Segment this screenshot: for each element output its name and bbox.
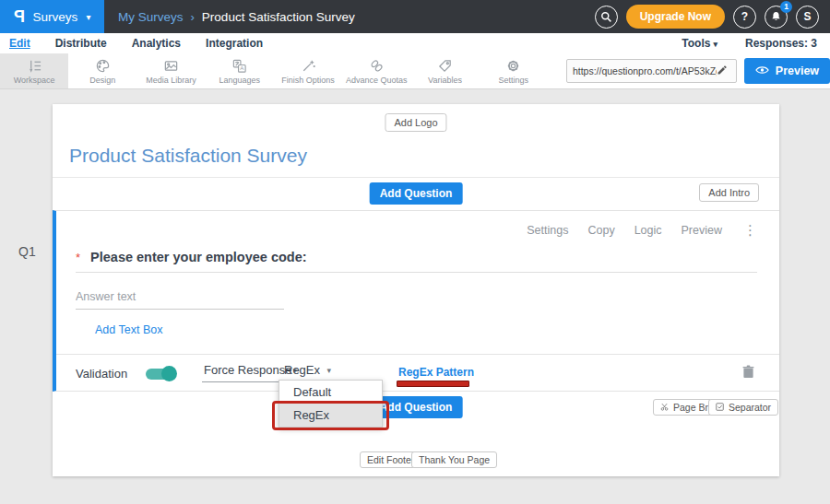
toolbar-item-settings[interactable]: Settings: [480, 53, 548, 88]
validation-label: Validation: [76, 367, 127, 381]
add-question-button-bottom[interactable]: Add Question: [370, 396, 463, 418]
force-response-value: Force Response: [204, 363, 291, 377]
preview-label: Preview: [776, 64, 819, 77]
question-text[interactable]: Please enter your employee code:: [90, 250, 307, 264]
regex-pattern-link[interactable]: RegEx Pattern: [398, 366, 474, 379]
design-palette-icon: [95, 58, 111, 74]
tab-integration[interactable]: Integration: [206, 37, 263, 50]
validation-type-menu: Default RegEx: [279, 380, 383, 428]
required-asterisk: *: [76, 251, 80, 264]
editor-toolbar: Workspace Design Media Library A Languag…: [0, 53, 830, 89]
breadcrumb-separator: ›: [191, 10, 195, 24]
search-icon: [600, 11, 612, 23]
answer-text-input[interactable]: [76, 290, 284, 310]
preview-button[interactable]: Preview: [744, 58, 830, 84]
tag-icon: [437, 58, 453, 74]
separator-label: Separator: [729, 402, 771, 413]
question-text-row[interactable]: *Please enter your employee code:: [76, 250, 307, 264]
question-preview-link[interactable]: Preview: [682, 224, 722, 237]
question-mark-icon: ?: [741, 10, 748, 23]
gear-icon: [505, 58, 521, 74]
annotation-red-underline: [397, 381, 469, 387]
surveys-product-menu[interactable]: P Surveys ▾: [0, 0, 104, 33]
chevron-down-icon: ▾: [713, 40, 717, 49]
breadcrumb: My Surveys › Product Satisfaction Survey: [118, 10, 355, 24]
languages-translate-icon: A: [231, 58, 247, 74]
add-question-button-top[interactable]: Add Question: [370, 182, 463, 205]
top-header-bar: P Surveys ▾ My Surveys › Product Satisfa…: [0, 0, 830, 33]
responses-count[interactable]: Responses: 3: [745, 37, 817, 50]
question-actions: Settings Copy Logic Preview ⋮: [527, 222, 757, 239]
question-copy-link[interactable]: Copy: [587, 224, 614, 237]
toolbar-item-label: Media Library: [146, 76, 196, 85]
question-logic-link[interactable]: Logic: [634, 224, 662, 237]
help-button[interactable]: ?: [733, 6, 756, 29]
validation-toggle[interactable]: [146, 369, 175, 380]
chevron-down-icon: ▾: [326, 366, 331, 375]
toolbar-item-label: Workspace: [14, 76, 55, 85]
scissors-icon: [660, 402, 669, 413]
delete-question-trash-icon[interactable]: [742, 365, 754, 382]
separator-button[interactable]: Separator: [708, 399, 778, 416]
tab-distribute[interactable]: Distribute: [55, 37, 107, 50]
header-actions: Upgrade Now ? 1 S: [595, 5, 830, 29]
breadcrumb-current-survey: Product Satisfaction Survey: [202, 10, 355, 24]
survey-url-box: [566, 59, 737, 83]
account-avatar[interactable]: S: [796, 6, 819, 29]
menu-option-default[interactable]: Default: [279, 381, 382, 404]
toggle-knob: [161, 366, 177, 381]
survey-editor-card: Add Logo Product Satisfaction Survey Add…: [53, 104, 779, 476]
notification-count-badge: 1: [780, 1, 792, 13]
kebab-menu-icon[interactable]: ⋮: [743, 222, 757, 239]
notifications-button[interactable]: 1: [765, 6, 788, 29]
nav-right-group: Tools▾ Responses: 3: [682, 37, 830, 50]
workspace-icon: [27, 58, 42, 74]
chain-links-icon: [369, 58, 385, 74]
survey-url-input[interactable]: [573, 65, 717, 76]
toolbar-item-label: Languages: [219, 76, 261, 85]
breadcrumb-my-surveys[interactable]: My Surveys: [118, 10, 184, 24]
title-divider: [53, 177, 779, 178]
validation-bar: Validation Force Response ▾ RegEx ▾ RegE…: [56, 354, 779, 393]
search-button[interactable]: [595, 6, 618, 29]
thank-you-page-button[interactable]: Thank You Page: [411, 451, 497, 468]
validation-type-value: RegEx: [284, 363, 320, 377]
add-logo-button[interactable]: Add Logo: [385, 113, 446, 132]
toolbar-item-label: Design: [89, 76, 115, 85]
toolbar-item-advance-quotas[interactable]: Advance Quotas: [342, 53, 410, 88]
toolbar-item-label: Finish Options: [281, 76, 335, 85]
survey-nav-bar: Edit Distribute Analytics Integration To…: [0, 33, 830, 53]
add-text-box-link[interactable]: Add Text Box: [95, 323, 162, 336]
tools-menu[interactable]: Tools▾: [682, 37, 717, 50]
question-text-underline: [76, 272, 757, 273]
product-menu-label: Surveys: [33, 10, 78, 24]
toolbar-item-design[interactable]: Design: [68, 53, 136, 88]
toolbar-item-variables[interactable]: Variables: [410, 53, 479, 88]
image-icon: [163, 58, 179, 74]
chevron-down-icon: ▾: [86, 12, 90, 22]
tab-analytics[interactable]: Analytics: [132, 37, 181, 50]
toolbar-item-label: Variables: [428, 76, 462, 85]
question-block-q1: Settings Copy Logic Preview ⋮ *Please en…: [53, 210, 779, 392]
bell-icon: [770, 10, 782, 23]
avatar-initial: S: [803, 10, 811, 23]
toolbar-item-media-library[interactable]: Media Library: [136, 53, 205, 88]
question-settings-link[interactable]: Settings: [527, 224, 568, 237]
checkbox-icon: [716, 402, 724, 413]
question-number: Q1: [18, 244, 36, 259]
toolbar-item-finish-options[interactable]: Finish Options: [274, 53, 342, 88]
nav-tabs: Edit Distribute Analytics Integration: [0, 37, 263, 50]
survey-title[interactable]: Product Satisfaction Survey: [69, 145, 307, 167]
upgrade-now-button[interactable]: Upgrade Now: [626, 5, 725, 29]
magic-wand-icon: [301, 58, 316, 74]
toolbar-item-label: Settings: [498, 76, 528, 85]
add-intro-button[interactable]: Add Intro: [699, 183, 759, 202]
eye-icon: [755, 64, 769, 77]
toolbar-item-label: Advance Quotas: [346, 76, 408, 85]
questionpro-logo-icon: P: [14, 7, 25, 27]
toolbar-item-languages[interactable]: A Languages: [206, 53, 274, 88]
toolbar-item-workspace[interactable]: Workspace: [0, 53, 68, 88]
tab-edit[interactable]: Edit: [9, 37, 30, 50]
menu-option-regex[interactable]: RegEx: [279, 404, 382, 427]
edit-url-pencil-icon[interactable]: [717, 63, 728, 79]
